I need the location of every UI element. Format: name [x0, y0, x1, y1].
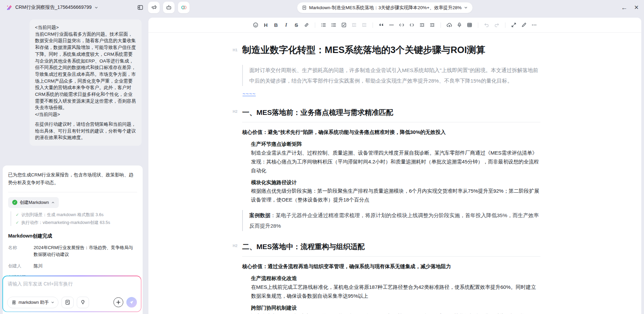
collapse-text-icon[interactable]: [417, 20, 427, 30]
list-item: 生产流程标准化改造 在MES上线前完成工艺路线标准化，某机电企业将原187种工艺…: [251, 274, 540, 300]
inline-code-icon[interactable]: [397, 20, 406, 30]
undo-icon[interactable]: [482, 20, 491, 30]
indent-icon[interactable]: [360, 20, 369, 30]
idea-button[interactable]: [77, 297, 89, 308]
dual-circles-button[interactable]: [178, 2, 190, 13]
tool-run-toggle[interactable]: ✓ 创建Markdown: [8, 197, 59, 208]
edit-icon[interactable]: [519, 20, 529, 30]
outdent-icon[interactable]: [350, 20, 359, 30]
link-icon[interactable]: [302, 20, 311, 30]
close-button[interactable]: ×: [634, 4, 639, 11]
chevron-down-icon: [51, 301, 54, 304]
chat-input[interactable]: [8, 281, 136, 286]
voice-input-icon[interactable]: [455, 20, 464, 30]
chevron-up-icon: [51, 201, 55, 204]
task-list-icon[interactable]: [339, 20, 348, 30]
case-data-body: ：某电子元器件企业通过精准需求梳理，将原计划的全模块上线调整为分阶段实施，首年投…: [249, 212, 539, 229]
list-item: 生产环节痛点诊断矩阵 制造企业需从生产计划、过程控制、质量追溯、设备管理四大维度…: [251, 140, 540, 175]
markdown-editor-panel: H B I S: [148, 18, 641, 314]
heading-level-tag: H2: [233, 244, 237, 248]
user-message-body: 当前CRM行业面临着多方面的问题。技术层面，数据安全问题日益突出，随着客户信息的…: [35, 31, 136, 111]
upload-icon[interactable]: [445, 20, 454, 30]
tilde-link[interactable]: ~~~~: [243, 91, 256, 97]
ordered-list-icon[interactable]: [329, 20, 338, 30]
robot-button[interactable]: [163, 2, 175, 13]
panel-toggle-icon[interactable]: [136, 3, 145, 12]
agent-name: markdown 助手: [19, 299, 49, 306]
emoji-icon[interactable]: [251, 20, 260, 30]
horizontal-rule-icon[interactable]: [387, 20, 396, 30]
chat-panel: <当前问题> 当前CRM行业面临着多方面的问题。技术层面，数据安全问题日益突出，…: [0, 15, 148, 314]
bullet-list-icon[interactable]: [319, 20, 328, 30]
session-title: CRM行业洞察报告_1756456669799: [15, 4, 92, 11]
document-pill-label: Markdown-制造业MES系统落地：3关键步骤实现降本20%+、效率提升28…: [309, 5, 462, 11]
user-message-bubble: <当前问题> 当前CRM行业面临着多方面的问题。技术层面，数据安全问题日益突出，…: [30, 19, 142, 146]
expand-text-icon[interactable]: [428, 20, 437, 30]
list-item-title: 跨部门协同机制建设: [251, 303, 540, 312]
add-attachment-button[interactable]: [113, 297, 123, 307]
list-item: 跨部门协同机制建设 设立由生产、IT、质量部门组成的MES落地小组，采用"双周迭…: [251, 303, 540, 314]
list-item-title: 生产环节痛点诊断矩阵: [251, 140, 540, 149]
document-area[interactable]: H1 制造业数字化转型：MES系统落地的3个关键步骤与ROI测算 面对订单交付周…: [148, 33, 641, 314]
document-icon: [302, 5, 307, 10]
plus-icon: [116, 300, 121, 304]
italic-icon[interactable]: I: [282, 20, 291, 30]
success-check-icon: ✓: [12, 200, 17, 205]
core-value-line: 核心价值：通过业务流程再造与组织变革管理，确保系统与现有体系无缝集成，减少落地阻…: [242, 262, 540, 271]
quote-icon[interactable]: [377, 20, 386, 30]
atom-icon: [11, 300, 17, 305]
app-logo-icon: [6, 4, 13, 11]
case-data-blockquote: 案例数据：某电子元器件企业通过精准需求梳理，将原计划的全模块上线调整为分阶段实施…: [242, 210, 540, 231]
send-button[interactable]: [126, 297, 137, 308]
back-button[interactable]: ←: [621, 4, 627, 11]
list-item-title: 模块化实施路径设计: [251, 178, 540, 187]
tool-run-label: 创建Markdown: [20, 199, 49, 206]
field-label: 创建人: [8, 263, 34, 269]
chevron-down-icon: [464, 6, 468, 10]
editor-toolbar: H B I S: [148, 18, 641, 33]
field-value: 2024年CRM行业发展报告：市场趋势、竞争格局与数据驱动行动建议: [34, 244, 137, 258]
app-brand[interactable]: CRM行业洞察报告_1756456669799: [6, 4, 98, 11]
section-heading: 一、MES落地前：业务痛点梳理与需求精准匹配: [242, 108, 540, 117]
heading-icon[interactable]: H: [261, 20, 270, 30]
announcement-button[interactable]: [148, 2, 160, 13]
divider: [8, 192, 137, 192]
chevron-down-icon[interactable]: [94, 6, 98, 10]
toolbar-divider: [505, 22, 505, 28]
strikethrough-icon[interactable]: S: [292, 20, 301, 30]
document-title: 制造业数字化转型：MES系统落地的3个关键步骤与ROI测算: [242, 44, 540, 56]
code-block-icon[interactable]: [407, 20, 416, 30]
template-button[interactable]: [61, 297, 74, 308]
step-text: 执行动作：vibemarketing-markdown创建: [21, 220, 99, 225]
table-icon[interactable]: [465, 20, 474, 30]
step-duration: 63.5s: [100, 220, 110, 225]
template-doc-icon: [65, 299, 70, 305]
bold-icon[interactable]: B: [271, 20, 281, 30]
heading-level-tag: H1: [233, 48, 237, 52]
toolbar-divider: [315, 22, 315, 28]
list-item: 模块化实施路径设计 根据痛点优先级分阶段实施：第一阶段聚焦生产排程与质量追溯模块…: [251, 178, 540, 204]
tool-steps: ✓ 识别到场景：生成 markdown 格式数据 3.6s ✓ 执行动作：vib…: [11, 211, 137, 226]
user-message-line: </当前问题>: [35, 111, 136, 118]
core-value-line: 核心价值：避免"技术先行"陷阱，确保系统功能与业务痛点精准对接，降低30%的无效…: [242, 128, 540, 136]
tool-step: ✓ 识别到场景：生成 markdown 格式数据 3.6s: [16, 211, 137, 218]
list-item-title: 生产流程标准化改造: [251, 274, 540, 283]
top-bar: CRM行业洞察报告_1756456669799: [0, 0, 644, 15]
toolbar-divider: [373, 22, 373, 28]
step-duration: 3.6s: [95, 212, 104, 217]
fullscreen-icon[interactable]: [509, 20, 518, 30]
step-check-icon: ✓: [16, 212, 19, 218]
user-message-line: 在提供行动建议时，请结合营销策略和当前问题，给出具体、可行且有针对性的建议，分析…: [35, 121, 136, 141]
redo-icon[interactable]: [492, 20, 501, 30]
field-row: 名称 2024年CRM行业发展报告：市场趋势、竞争格局与数据驱动行动建议: [8, 244, 137, 258]
field-label: 名称: [8, 244, 34, 258]
agent-selector[interactable]: markdown 助手: [7, 297, 59, 308]
user-message-line: <当前问题>: [35, 24, 136, 31]
list-item-body: 在MES上线前完成工艺路线标准化，某机电企业将原187种工艺路径整合为42类标准…: [251, 283, 540, 300]
heading-rule: [242, 122, 540, 122]
lightbulb-icon: [80, 299, 86, 305]
toolbar-divider: [478, 22, 478, 28]
document-switcher[interactable]: Markdown-制造业MES系统落地：3关键步骤实现降本20%+、效率提升28…: [297, 2, 473, 13]
more-icon[interactable]: [530, 20, 539, 30]
field-row: 创建人 陈川: [8, 263, 137, 269]
